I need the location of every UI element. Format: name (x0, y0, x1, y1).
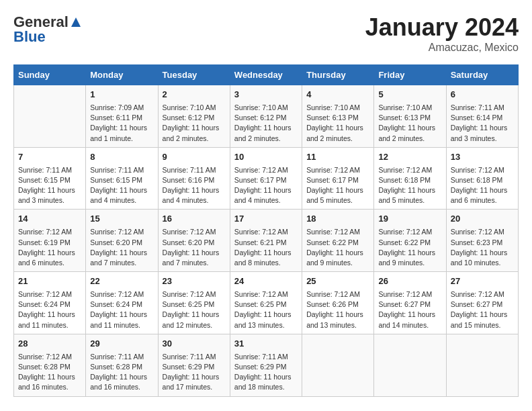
day-info: Sunrise: 7:12 AM Sunset: 6:28 PM Dayligh… (18, 352, 81, 393)
calendar-week-4: 21Sunrise: 7:12 AM Sunset: 6:24 PM Dayli… (14, 272, 519, 334)
day-number: 29 (90, 338, 153, 351)
calendar-cell: 6Sunrise: 7:11 AM Sunset: 6:14 PM Daylig… (446, 85, 518, 148)
column-header-monday: Monday (86, 65, 158, 85)
calendar-cell: 27Sunrise: 7:12 AM Sunset: 6:27 PM Dayli… (446, 272, 518, 334)
day-info: Sunrise: 7:12 AM Sunset: 6:18 PM Dayligh… (378, 165, 441, 206)
day-info: Sunrise: 7:12 AM Sunset: 6:27 PM Dayligh… (451, 289, 514, 330)
calendar-cell: 18Sunrise: 7:12 AM Sunset: 6:22 PM Dayli… (302, 210, 374, 272)
day-number: 16 (163, 213, 226, 226)
calendar-cell (446, 334, 518, 396)
day-info: Sunrise: 7:12 AM Sunset: 6:24 PM Dayligh… (90, 289, 153, 330)
day-number: 28 (18, 338, 81, 351)
day-info: Sunrise: 7:12 AM Sunset: 6:21 PM Dayligh… (234, 227, 298, 268)
calendar-cell: 22Sunrise: 7:12 AM Sunset: 6:24 PM Dayli… (86, 272, 158, 334)
day-info: Sunrise: 7:11 AM Sunset: 6:16 PM Dayligh… (163, 165, 226, 206)
calendar-week-3: 14Sunrise: 7:12 AM Sunset: 6:19 PM Dayli… (14, 210, 519, 272)
day-number: 18 (306, 213, 369, 226)
calendar-week-5: 28Sunrise: 7:12 AM Sunset: 6:28 PM Dayli… (14, 334, 519, 396)
day-info: Sunrise: 7:12 AM Sunset: 6:20 PM Dayligh… (90, 227, 153, 268)
day-number: 14 (18, 213, 81, 226)
day-number: 26 (378, 275, 441, 288)
calendar-subtitle: Amacuzac, Mexico (365, 42, 519, 54)
day-number: 2 (163, 89, 226, 101)
day-info: Sunrise: 7:10 AM Sunset: 6:13 PM Dayligh… (378, 103, 441, 144)
calendar-cell: 7Sunrise: 7:11 AM Sunset: 6:15 PM Daylig… (14, 147, 86, 210)
day-info: Sunrise: 7:10 AM Sunset: 6:13 PM Dayligh… (306, 103, 369, 144)
calendar-cell: 30Sunrise: 7:11 AM Sunset: 6:29 PM Dayli… (158, 334, 230, 396)
calendar-cell: 26Sunrise: 7:12 AM Sunset: 6:27 PM Dayli… (374, 272, 446, 334)
calendar-body: 1Sunrise: 7:09 AM Sunset: 6:11 PM Daylig… (14, 85, 519, 397)
day-number: 24 (234, 275, 298, 288)
calendar-cell: 3Sunrise: 7:10 AM Sunset: 6:12 PM Daylig… (230, 85, 302, 148)
day-number: 12 (378, 151, 441, 164)
svg-marker-0 (71, 17, 81, 27)
day-info: Sunrise: 7:11 AM Sunset: 6:29 PM Dayligh… (234, 352, 298, 393)
logo-icon (70, 16, 82, 28)
day-number: 1 (90, 89, 153, 101)
day-number: 22 (90, 275, 153, 288)
calendar-week-1: 1Sunrise: 7:09 AM Sunset: 6:11 PM Daylig… (14, 85, 519, 148)
day-number: 4 (306, 89, 369, 101)
day-info: Sunrise: 7:09 AM Sunset: 6:11 PM Dayligh… (90, 103, 153, 144)
day-number: 5 (378, 89, 441, 101)
calendar-title: January 2024 (365, 13, 519, 42)
day-number: 13 (451, 151, 514, 164)
day-number: 15 (90, 213, 153, 226)
day-number: 3 (234, 89, 298, 101)
day-info: Sunrise: 7:12 AM Sunset: 6:26 PM Dayligh… (306, 289, 369, 330)
calendar-cell: 16Sunrise: 7:12 AM Sunset: 6:20 PM Dayli… (158, 210, 230, 272)
day-info: Sunrise: 7:12 AM Sunset: 6:19 PM Dayligh… (18, 227, 81, 268)
day-info: Sunrise: 7:11 AM Sunset: 6:29 PM Dayligh… (163, 352, 226, 393)
calendar-header-row: SundayMondayTuesdayWednesdayThursdayFrid… (14, 65, 519, 85)
logo: General Blue (13, 13, 82, 46)
day-info: Sunrise: 7:12 AM Sunset: 6:17 PM Dayligh… (306, 165, 369, 206)
calendar-table: SundayMondayTuesdayWednesdayThursdayFrid… (13, 64, 519, 397)
day-info: Sunrise: 7:12 AM Sunset: 6:25 PM Dayligh… (234, 289, 298, 330)
day-number: 20 (451, 213, 514, 226)
calendar-cell: 10Sunrise: 7:12 AM Sunset: 6:17 PM Dayli… (230, 147, 302, 210)
day-number: 10 (234, 151, 298, 164)
calendar-cell: 14Sunrise: 7:12 AM Sunset: 6:19 PM Dayli… (14, 210, 86, 272)
logo-blue-text: Blue (13, 28, 46, 46)
day-number: 9 (163, 151, 226, 164)
column-header-sunday: Sunday (14, 65, 86, 85)
day-info: Sunrise: 7:12 AM Sunset: 6:17 PM Dayligh… (234, 165, 298, 206)
day-info: Sunrise: 7:12 AM Sunset: 6:22 PM Dayligh… (378, 227, 441, 268)
day-number: 31 (234, 338, 298, 351)
calendar-cell (374, 334, 446, 396)
day-number: 17 (234, 213, 298, 226)
calendar-cell: 2Sunrise: 7:10 AM Sunset: 6:12 PM Daylig… (158, 85, 230, 148)
day-number: 23 (163, 275, 226, 288)
day-number: 30 (163, 338, 226, 351)
day-number: 6 (451, 89, 514, 101)
calendar-cell: 5Sunrise: 7:10 AM Sunset: 6:13 PM Daylig… (374, 85, 446, 148)
day-info: Sunrise: 7:12 AM Sunset: 6:20 PM Dayligh… (163, 227, 226, 268)
day-info: Sunrise: 7:10 AM Sunset: 6:12 PM Dayligh… (234, 103, 298, 144)
day-info: Sunrise: 7:12 AM Sunset: 6:25 PM Dayligh… (163, 289, 226, 330)
calendar-cell: 15Sunrise: 7:12 AM Sunset: 6:20 PM Dayli… (86, 210, 158, 272)
calendar-cell: 17Sunrise: 7:12 AM Sunset: 6:21 PM Dayli… (230, 210, 302, 272)
day-info: Sunrise: 7:11 AM Sunset: 6:28 PM Dayligh… (90, 352, 153, 393)
calendar-cell: 21Sunrise: 7:12 AM Sunset: 6:24 PM Dayli… (14, 272, 86, 334)
calendar-cell: 28Sunrise: 7:12 AM Sunset: 6:28 PM Dayli… (14, 334, 86, 396)
day-info: Sunrise: 7:10 AM Sunset: 6:12 PM Dayligh… (163, 103, 226, 144)
title-area: January 2024 Amacuzac, Mexico (365, 13, 519, 54)
calendar-cell: 4Sunrise: 7:10 AM Sunset: 6:13 PM Daylig… (302, 85, 374, 148)
day-info: Sunrise: 7:11 AM Sunset: 6:14 PM Dayligh… (451, 103, 514, 144)
calendar-cell: 23Sunrise: 7:12 AM Sunset: 6:25 PM Dayli… (158, 272, 230, 334)
day-number: 7 (18, 151, 81, 164)
calendar-cell (14, 85, 86, 148)
day-info: Sunrise: 7:12 AM Sunset: 6:27 PM Dayligh… (378, 289, 441, 330)
calendar-cell: 9Sunrise: 7:11 AM Sunset: 6:16 PM Daylig… (158, 147, 230, 210)
calendar-cell: 31Sunrise: 7:11 AM Sunset: 6:29 PM Dayli… (230, 334, 302, 396)
day-info: Sunrise: 7:11 AM Sunset: 6:15 PM Dayligh… (18, 165, 81, 206)
calendar-cell: 29Sunrise: 7:11 AM Sunset: 6:28 PM Dayli… (86, 334, 158, 396)
calendar-cell: 25Sunrise: 7:12 AM Sunset: 6:26 PM Dayli… (302, 272, 374, 334)
calendar-cell: 20Sunrise: 7:12 AM Sunset: 6:23 PM Dayli… (446, 210, 518, 272)
column-header-saturday: Saturday (446, 65, 518, 85)
page-header: General Blue January 2024 Amacuzac, Mexi… (13, 13, 519, 54)
calendar-cell (302, 334, 374, 396)
day-number: 21 (18, 275, 81, 288)
day-number: 25 (306, 275, 369, 288)
day-info: Sunrise: 7:12 AM Sunset: 6:24 PM Dayligh… (18, 289, 81, 330)
